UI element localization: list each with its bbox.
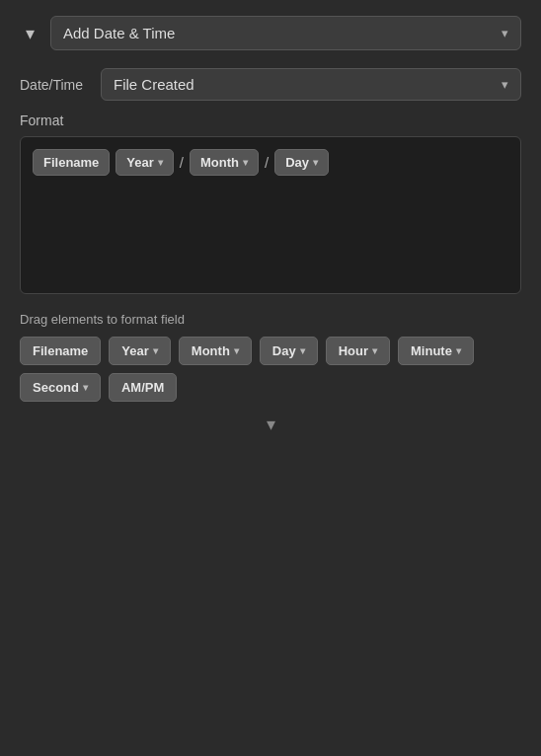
format-field[interactable]: Filename Year ▾ / Month ▾ / Day ▾	[20, 136, 521, 294]
drag-elements: Filename Year ▾ Month ▾ Day ▾ Hour ▾ Min…	[20, 337, 521, 402]
bottom-arrow-icon: ▾	[267, 414, 275, 435]
datetime-row: Date/Time File Created ▾	[20, 68, 521, 101]
format-token-filename[interactable]: Filename	[33, 149, 110, 176]
drag-minute-chevron-icon: ▾	[456, 345, 461, 356]
format-token-year-label: Year	[126, 155, 153, 170]
add-datetime-label: Add Date & Time	[63, 25, 175, 41]
drag-section-label: Drag elements to format field	[20, 312, 521, 327]
add-datetime-dropdown[interactable]: Add Date & Time ▾	[50, 16, 521, 50]
datetime-value-dropdown[interactable]: File Created ▾	[101, 68, 521, 101]
day-chevron-icon: ▾	[313, 157, 318, 168]
datetime-label: Date/Time	[20, 77, 89, 93]
format-token-day[interactable]: Day ▾	[274, 149, 329, 176]
format-tokens: Filename Year ▾ / Month ▾ / Day ▾	[33, 149, 508, 176]
collapse-icon: ▾	[26, 24, 35, 43]
drag-day-label: Day	[272, 343, 296, 358]
drag-filename-label: Filename	[33, 343, 88, 358]
datetime-chevron-icon: ▾	[502, 77, 508, 92]
separator-2: /	[265, 154, 269, 171]
format-label: Format	[20, 113, 521, 128]
drag-token-ampm[interactable]: AM/PM	[109, 373, 177, 402]
drag-second-chevron-icon: ▾	[83, 382, 88, 393]
format-token-month-label: Month	[200, 155, 239, 170]
drag-ampm-label: AM/PM	[121, 380, 164, 395]
drag-minute-label: Minute	[411, 343, 452, 358]
drag-hour-label: Hour	[339, 343, 368, 358]
format-token-filename-label: Filename	[43, 155, 99, 170]
drag-token-filename[interactable]: Filename	[20, 337, 101, 365]
panel: ▾ Add Date & Time ▾ Date/Time File Creat…	[0, 0, 541, 435]
year-chevron-icon: ▾	[158, 157, 163, 168]
drag-token-year[interactable]: Year ▾	[109, 337, 170, 365]
format-token-day-label: Day	[285, 155, 309, 170]
drag-token-day[interactable]: Day ▾	[260, 337, 318, 365]
collapse-button[interactable]: ▾	[20, 19, 40, 48]
drag-second-label: Second	[33, 380, 79, 395]
format-token-year[interactable]: Year ▾	[116, 149, 173, 176]
drag-day-chevron-icon: ▾	[300, 345, 305, 356]
drag-token-second[interactable]: Second ▾	[20, 373, 101, 402]
drag-hour-chevron-icon: ▾	[372, 345, 377, 356]
drag-month-label: Month	[192, 343, 230, 358]
drag-token-month[interactable]: Month ▾	[179, 337, 252, 365]
month-chevron-icon: ▾	[243, 157, 248, 168]
drag-token-hour[interactable]: Hour ▾	[326, 337, 390, 365]
datetime-value-label: File Created	[114, 76, 194, 93]
separator-1: /	[180, 154, 184, 171]
drag-year-chevron-icon: ▾	[153, 345, 158, 356]
drag-month-chevron-icon: ▾	[234, 345, 239, 356]
drag-year-label: Year	[121, 343, 148, 358]
drag-token-minute[interactable]: Minute ▾	[398, 337, 474, 365]
header-row: ▾ Add Date & Time ▾	[20, 16, 521, 50]
add-datetime-chevron-icon: ▾	[502, 26, 508, 40]
format-token-month[interactable]: Month ▾	[190, 149, 259, 176]
bottom-indicator: ▾	[20, 402, 521, 435]
